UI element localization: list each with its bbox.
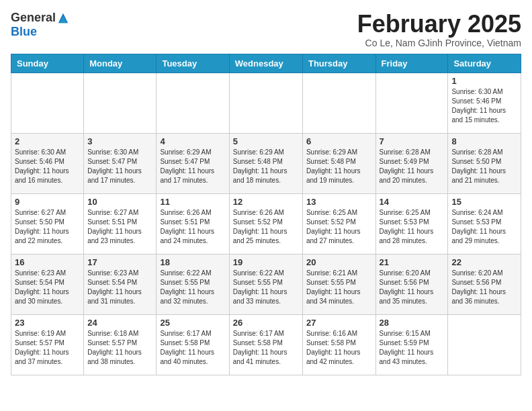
day-number: 19 [233,257,299,267]
calendar-day-cell: 14Sunrise: 6:25 AM Sunset: 5:53 PM Dayli… [375,193,448,254]
day-of-week-header: Friday [375,54,448,73]
day-number: 9 [15,197,80,207]
calendar-day-cell: 22Sunrise: 6:20 AM Sunset: 5:56 PM Dayli… [448,254,521,314]
day-info: Sunrise: 6:30 AM Sunset: 5:46 PM Dayligh… [451,87,517,125]
calendar-day-cell [11,73,84,133]
calendar-week-row: 16Sunrise: 6:23 AM Sunset: 5:54 PM Dayli… [11,254,521,314]
day-of-week-header: Saturday [448,54,521,73]
day-number: 14 [380,197,445,207]
day-number: 10 [87,197,152,207]
day-number: 18 [160,257,225,267]
logo-icon [57,12,69,24]
day-number: 8 [451,136,517,146]
day-number: 6 [306,136,372,146]
calendar-day-cell: 3Sunrise: 6:30 AM Sunset: 5:47 PM Daylig… [84,133,157,193]
day-info: Sunrise: 6:27 AM Sunset: 5:50 PM Dayligh… [15,208,80,246]
calendar-day-cell: 17Sunrise: 6:23 AM Sunset: 5:54 PM Dayli… [84,254,157,314]
calendar-day-cell: 7Sunrise: 6:28 AM Sunset: 5:49 PM Daylig… [375,133,448,193]
day-info: Sunrise: 6:19 AM Sunset: 5:57 PM Dayligh… [15,329,80,367]
calendar-day-cell: 10Sunrise: 6:27 AM Sunset: 5:51 PM Dayli… [84,193,157,254]
day-number: 27 [306,318,372,328]
day-info: Sunrise: 6:29 AM Sunset: 5:48 PM Dayligh… [306,148,372,185]
day-number: 24 [87,318,152,328]
day-number: 28 [380,318,445,328]
day-number: 21 [380,257,445,267]
calendar-day-cell [229,73,302,133]
day-number: 25 [160,318,225,328]
day-info: Sunrise: 6:28 AM Sunset: 5:50 PM Dayligh… [451,148,517,185]
day-number: 3 [87,136,152,146]
calendar-day-cell: 25Sunrise: 6:17 AM Sunset: 5:58 PM Dayli… [157,314,229,375]
calendar-day-cell: 20Sunrise: 6:21 AM Sunset: 5:55 PM Dayli… [302,254,375,314]
calendar-day-cell: 19Sunrise: 6:22 AM Sunset: 5:55 PM Dayli… [229,254,302,314]
title-block: February 2025 Co Le, Nam GJinh Province,… [357,11,521,48]
day-number: 23 [15,318,80,328]
day-number: 5 [233,136,299,146]
location-subtitle: Co Le, Nam GJinh Province, Vietnam [357,38,521,48]
day-info: Sunrise: 6:26 AM Sunset: 5:51 PM Dayligh… [160,208,225,246]
month-title: February 2025 [357,11,521,38]
day-number: 7 [380,136,445,146]
calendar-day-cell: 5Sunrise: 6:29 AM Sunset: 5:48 PM Daylig… [229,133,302,193]
day-info: Sunrise: 6:29 AM Sunset: 5:47 PM Dayligh… [160,148,225,185]
calendar-day-cell: 23Sunrise: 6:19 AM Sunset: 5:57 PM Dayli… [11,314,84,375]
calendar-day-cell: 28Sunrise: 6:15 AM Sunset: 5:59 PM Dayli… [375,314,448,375]
day-of-week-header: Thursday [302,54,375,73]
day-info: Sunrise: 6:22 AM Sunset: 5:55 PM Dayligh… [160,269,225,306]
day-info: Sunrise: 6:25 AM Sunset: 5:52 PM Dayligh… [306,208,372,246]
day-of-week-header: Wednesday [229,54,302,73]
calendar-day-cell: 26Sunrise: 6:17 AM Sunset: 5:58 PM Dayli… [229,314,302,375]
day-info: Sunrise: 6:17 AM Sunset: 5:58 PM Dayligh… [160,329,225,367]
calendar-day-cell: 12Sunrise: 6:26 AM Sunset: 5:52 PM Dayli… [229,193,302,254]
day-number: 16 [15,257,80,267]
calendar-week-row: 2Sunrise: 6:30 AM Sunset: 5:46 PM Daylig… [11,133,521,193]
day-number: 2 [15,136,80,146]
calendar-week-row: 23Sunrise: 6:19 AM Sunset: 5:57 PM Dayli… [11,314,521,375]
calendar-day-cell: 2Sunrise: 6:30 AM Sunset: 5:46 PM Daylig… [11,133,84,193]
day-of-week-header: Sunday [11,54,84,73]
page-header: General Blue February 2025 Co Le, Nam GJ… [11,11,521,48]
day-info: Sunrise: 6:21 AM Sunset: 5:55 PM Dayligh… [306,269,372,306]
day-info: Sunrise: 6:23 AM Sunset: 5:54 PM Dayligh… [87,269,152,306]
day-number: 26 [233,318,299,328]
day-number: 13 [306,197,372,207]
day-info: Sunrise: 6:27 AM Sunset: 5:51 PM Dayligh… [87,208,152,246]
logo-general-text: General [11,11,56,25]
day-info: Sunrise: 6:24 AM Sunset: 5:53 PM Dayligh… [451,208,517,246]
calendar-day-cell: 6Sunrise: 6:29 AM Sunset: 5:48 PM Daylig… [302,133,375,193]
calendar-day-cell [448,314,521,375]
day-info: Sunrise: 6:20 AM Sunset: 5:56 PM Dayligh… [451,269,517,306]
day-info: Sunrise: 6:22 AM Sunset: 5:55 PM Dayligh… [233,269,299,306]
logo-blue-text: Blue [11,25,37,39]
day-info: Sunrise: 6:23 AM Sunset: 5:54 PM Dayligh… [15,269,80,306]
day-number: 4 [160,136,225,146]
calendar-day-cell: 24Sunrise: 6:18 AM Sunset: 5:57 PM Dayli… [84,314,157,375]
day-info: Sunrise: 6:28 AM Sunset: 5:49 PM Dayligh… [380,148,445,185]
day-info: Sunrise: 6:16 AM Sunset: 5:58 PM Dayligh… [306,329,372,367]
calendar-day-cell [157,73,229,133]
calendar-day-cell [302,73,375,133]
day-number: 12 [233,197,299,207]
day-of-week-header: Monday [84,54,157,73]
day-info: Sunrise: 6:26 AM Sunset: 5:52 PM Dayligh… [233,208,299,246]
calendar-day-cell: 4Sunrise: 6:29 AM Sunset: 5:47 PM Daylig… [157,133,229,193]
day-number: 11 [160,197,225,207]
calendar-day-cell: 18Sunrise: 6:22 AM Sunset: 5:55 PM Dayli… [157,254,229,314]
day-info: Sunrise: 6:17 AM Sunset: 5:58 PM Dayligh… [233,329,299,367]
calendar-day-cell: 8Sunrise: 6:28 AM Sunset: 5:50 PM Daylig… [448,133,521,193]
day-info: Sunrise: 6:20 AM Sunset: 5:56 PM Dayligh… [380,269,445,306]
calendar-day-cell: 21Sunrise: 6:20 AM Sunset: 5:56 PM Dayli… [375,254,448,314]
day-info: Sunrise: 6:18 AM Sunset: 5:57 PM Dayligh… [87,329,152,367]
day-of-week-header: Tuesday [157,54,229,73]
day-number: 17 [87,257,152,267]
calendar-table: SundayMondayTuesdayWednesdayThursdayFrid… [11,54,521,375]
calendar-day-cell: 13Sunrise: 6:25 AM Sunset: 5:52 PM Dayli… [302,193,375,254]
calendar-day-cell: 27Sunrise: 6:16 AM Sunset: 5:58 PM Dayli… [302,314,375,375]
calendar-header-row: SundayMondayTuesdayWednesdayThursdayFrid… [11,54,521,73]
calendar-day-cell: 1Sunrise: 6:30 AM Sunset: 5:46 PM Daylig… [448,73,521,133]
day-info: Sunrise: 6:30 AM Sunset: 5:47 PM Dayligh… [87,148,152,185]
day-number: 15 [451,197,517,207]
calendar-day-cell [375,73,448,133]
day-number: 22 [451,257,517,267]
day-info: Sunrise: 6:30 AM Sunset: 5:46 PM Dayligh… [15,148,80,185]
